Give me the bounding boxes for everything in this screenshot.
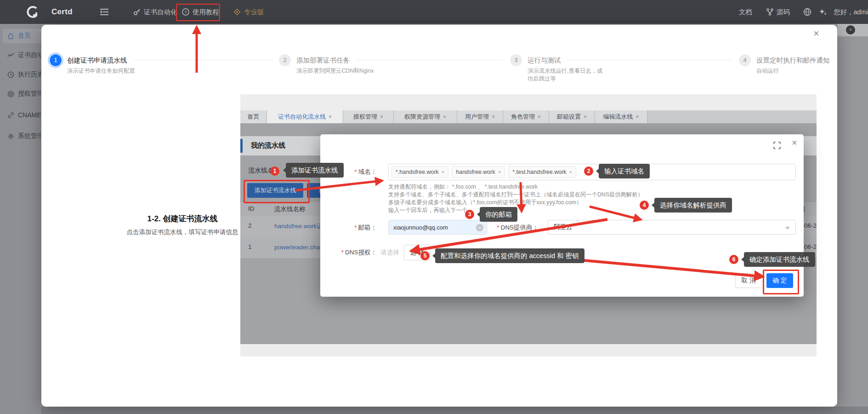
label-text: DNS授权： — [345, 249, 377, 256]
tab-close-icon[interactable]: × — [492, 114, 495, 120]
clear-icon[interactable]: × — [476, 224, 483, 231]
tab-close-icon[interactable]: × — [538, 114, 541, 120]
step-connector — [134, 60, 273, 60]
tab-label: 首页 — [248, 113, 260, 121]
tag-text: *.test.handsfree.work — [512, 167, 566, 177]
greeting-label: 您好，admin — [834, 8, 868, 17]
tab-close-icon[interactable]: × — [329, 114, 332, 120]
domain-tag[interactable]: handsfree.work × — [452, 166, 505, 178]
tab-close-icon[interactable]: × — [380, 114, 383, 120]
sidebar-item-cname[interactable]: CNAME — [3, 108, 41, 122]
nav-item-label: 专业版 — [244, 8, 264, 17]
sidebar-item-authorization[interactable]: 授权管理 — [3, 86, 41, 101]
step-4-number: 4 — [739, 54, 751, 66]
nav-item-source[interactable]: 源码 — [766, 0, 790, 24]
tutorial-close-icon[interactable]: × — [813, 28, 819, 40]
cell-time: 06-27 — [804, 243, 817, 250]
step-1-title: 创建证书申请流水线 — [67, 56, 127, 65]
annotation-badge-2: 2 — [584, 167, 593, 176]
dns-provider-select[interactable]: 阿里云 — [548, 220, 796, 235]
tab-label: 角色管理 — [511, 113, 535, 121]
nav-item-pro[interactable]: 专业版 — [233, 0, 264, 24]
annotation-tooltip-4: 选择你域名解析提供商 — [654, 198, 732, 213]
language-button[interactable] — [803, 0, 811, 24]
nav-item-label: 证书自动化 — [144, 8, 177, 17]
user-greeting[interactable]: 您好，admin — [834, 0, 868, 24]
tab-edit-pipeline[interactable]: 编辑流水线 × — [595, 110, 647, 123]
nav-item-docs[interactable]: 文档 — [739, 0, 752, 24]
sidebar-item-label: 执行历史 — [18, 70, 41, 79]
tag-close-icon[interactable]: × — [569, 167, 572, 177]
annotation-badge-3: 3 — [465, 210, 474, 219]
tag-close-icon[interactable]: × — [498, 167, 501, 177]
step-1-desc: 演示证书申请任务如何配置 — [67, 67, 145, 75]
close-all-tabs-button[interactable]: × — [846, 25, 855, 34]
question-circle-icon: ? — [182, 8, 189, 16]
ok-button[interactable]: 确 定 — [766, 273, 793, 288]
step-2-number: 2 — [279, 54, 291, 66]
clock-icon — [7, 71, 14, 78]
link-icon — [7, 112, 14, 119]
tab-users[interactable]: 用户管理 × — [457, 110, 503, 123]
nav-item-cert-automation[interactable]: 证书自动化 — [133, 0, 177, 24]
email-input[interactable]: xiaojunnuo@qq.com × — [388, 220, 487, 235]
tab-cert-pipeline[interactable]: 证书自动化流水线 × — [267, 110, 343, 123]
tab-close-icon[interactable]: × — [443, 114, 446, 120]
tag-text: *.handsfree.work — [396, 167, 439, 177]
sidebar-item-system[interactable]: 系统管理 — [3, 129, 41, 144]
step-3-title: 运行与测试 — [528, 56, 561, 65]
fullscreen-icon[interactable] — [773, 142, 781, 149]
tab-label: 授权管理 — [353, 113, 377, 121]
theme-button[interactable] — [819, 0, 827, 24]
required-mark: * — [341, 249, 344, 256]
tab-close-icon[interactable]: × — [584, 114, 587, 120]
nav-item-label: 源码 — [777, 8, 790, 17]
sidebar-item-cert-automation[interactable]: 证书自动化 — [3, 48, 41, 63]
tab-roles[interactable]: 角色管理 × — [503, 110, 549, 123]
brand-name: Certd — [51, 0, 73, 24]
tab-close-icon[interactable]: × — [635, 114, 639, 120]
annotation-tooltip-6: 确定添加证书流水线 — [744, 252, 815, 267]
tab-home[interactable]: 首页 — [240, 110, 267, 123]
page-bottom-strip — [41, 407, 868, 414]
tab-permission[interactable]: 权限资源管理 × — [394, 110, 457, 123]
sparkles-icon — [819, 8, 827, 16]
sidebar-fold-button[interactable] — [100, 0, 108, 24]
menu-fold-icon — [100, 9, 108, 15]
domain-help-line: 支持通配符域名，例如： *.foo.com 、 *.test.handsfree… — [388, 183, 538, 191]
sidebar: 首页 证书自动化 执行历史 授权管理 CNAME 系统管理 — [0, 24, 41, 414]
step-4-title: 设置定时执行和邮件通知 — [756, 56, 830, 65]
domain-tag[interactable]: *.test.handsfree.work × — [508, 166, 576, 178]
annotation-tooltip-3: 你的邮箱 — [480, 207, 517, 222]
annotation-tooltip-5: 配置和选择你的域名提供商的 accessid 和 密钥 — [435, 248, 584, 263]
vip-badge-icon — [233, 8, 241, 16]
sidebar-item-history[interactable]: 执行历史 — [3, 67, 41, 82]
tag-close-icon[interactable]: × — [442, 167, 444, 177]
tag-text: handsfree.work — [456, 167, 495, 177]
tab-label: 证书自动化流水线 — [278, 113, 326, 121]
sidebar-item-label: 系统管理 — [18, 132, 41, 140]
required-mark: * — [497, 224, 499, 231]
background-tabbar-fragment: × — [837, 24, 868, 36]
tab-authorization[interactable]: 授权管理 × — [343, 110, 394, 123]
label-text: 邮箱： — [358, 224, 377, 231]
dialog-close-icon[interactable]: × — [792, 138, 797, 148]
add-pipeline-button[interactable]: 添加证书流水线 — [247, 183, 303, 198]
tab-label: 编辑流水线 — [603, 113, 633, 121]
tab-email-settings[interactable]: 邮箱设置 × — [549, 110, 595, 123]
domain-tag[interactable]: *.handsfree.work × — [391, 166, 448, 178]
domain-help-line: 支持多个域名、多个子域名、多个通配符域名打到一个证书上（域名必须是在同一个DNS… — [388, 191, 643, 199]
sidebar-item-label: 证书自动化 — [18, 51, 41, 59]
certd-logo-icon — [26, 5, 40, 19]
sidebar-item-label: 首页 — [18, 32, 41, 40]
nav-item-tutorial[interactable]: ? 使用教程 — [182, 0, 219, 24]
annotation-tooltip-1: 添加证书流水线 — [286, 163, 344, 178]
chevron-down-icon — [785, 227, 790, 230]
target-icon — [7, 91, 14, 98]
select-value: 阿里云 — [554, 223, 573, 231]
domain-help-line: 多级子域名要分成多个域名输入（*.foo.com的证书不能用于xxx.yyy.f… — [388, 199, 582, 207]
sidebar-item-home[interactable]: 首页 — [3, 29, 41, 43]
cancel-button[interactable]: 取 消 — [735, 273, 762, 288]
app-logo — [26, 0, 40, 24]
step-connector — [356, 60, 503, 60]
